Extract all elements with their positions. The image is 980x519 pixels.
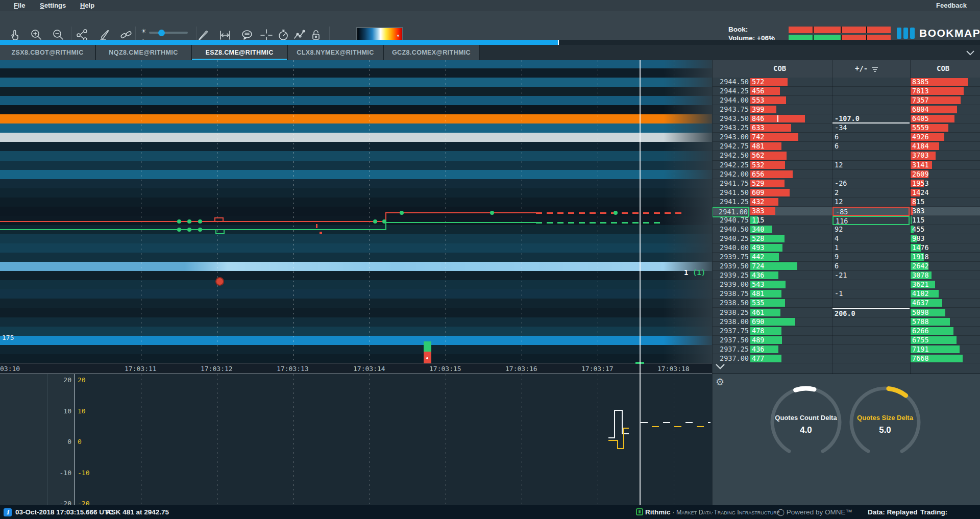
subchart-axis-label: -20	[49, 500, 71, 505]
order-book-header: COB +/- COB	[712, 60, 980, 78]
brightness-slider[interactable]	[149, 32, 188, 34]
order-book-row[interactable]: 2938.25461206.05098	[712, 308, 980, 317]
cob-value: 383	[752, 207, 764, 215]
order-book-row[interactable]: 2942.505623703	[712, 151, 980, 160]
info-icon[interactable]: i	[4, 508, 12, 516]
heatmap-band	[0, 345, 712, 355]
order-book-row[interactable]: 2940.5034092455	[712, 225, 980, 234]
order-book-row[interactable]: 2941.00383-85383	[712, 207, 980, 216]
price-cell: 2937.50	[712, 336, 749, 344]
cob-left-header[interactable]: COB	[773, 64, 786, 72]
size-tick	[777, 115, 778, 122]
order-book-row[interactable]: 2940.255284983	[712, 234, 980, 243]
cumulative-value: 1918	[912, 253, 929, 261]
cumulative-value: 7813	[912, 87, 929, 95]
order-book-row[interactable]: 2943.50846-107.06405	[712, 114, 980, 123]
tab-overflow-chevron-icon[interactable]	[965, 48, 976, 59]
cob-right-header[interactable]: COB	[937, 64, 949, 72]
order-book-row[interactable]: 2939.5072462642	[712, 262, 980, 271]
menu-file[interactable]: File	[14, 2, 25, 9]
tab-clx8-nymex-rithmic[interactable]: CLX8.NYMEX@RITHMIC	[288, 45, 384, 60]
time-axis: 03:1017:03:1117:03:1217:03:1317:03:1417:…	[0, 363, 712, 374]
menu-settings[interactable]: Settings	[40, 2, 66, 9]
indicator-subchart[interactable]: 2020101000-10-10-20-20	[0, 374, 712, 505]
heatmap-band	[0, 133, 712, 142]
cumulative-value: 1424	[912, 188, 929, 197]
cumulative-value: 5098	[912, 308, 929, 317]
order-book-row[interactable]: 2942.006562609	[712, 170, 980, 179]
bookmap-logo-text: BOOKMAP	[919, 27, 980, 39]
cob-value: 478	[752, 327, 764, 335]
brightness-slider-thumb[interactable]	[158, 30, 165, 36]
cumulative-value: 6266	[912, 327, 929, 335]
cob-value: 656	[752, 170, 764, 179]
price-cell: 2941.50	[712, 188, 749, 197]
ask-order-notch	[223, 217, 224, 221]
delta-cell	[832, 345, 910, 354]
cob-value: 477	[752, 354, 764, 363]
time-label: 17:03:14	[353, 365, 385, 373]
order-book-row[interactable]: 2939.005433621	[712, 280, 980, 289]
order-book-row[interactable]: 2942.7548164184	[712, 142, 980, 151]
heatmap-chart[interactable]: 1 (1)175	[0, 60, 712, 363]
dom-collapse-chevron-icon[interactable]	[714, 362, 727, 373]
order-book-row[interactable]: 2940.75115116115	[712, 216, 980, 225]
delta-cell	[832, 317, 910, 327]
order-book-row[interactable]: 2937.004777668	[712, 354, 980, 363]
status-quote: ASK 481 at 2942.75	[106, 505, 169, 519]
time-gridline	[217, 374, 217, 505]
order-book-row[interactable]: 2941.5060921424	[712, 188, 980, 197]
price-cell: 2938.75	[712, 289, 749, 298]
order-book-row[interactable]: 2941.75529-261953	[712, 179, 980, 188]
order-book-row[interactable]: 2944.254567813	[712, 87, 980, 96]
price-cell: 2943.50	[712, 114, 749, 123]
volume-dot	[426, 357, 428, 359]
order-count: (1)	[693, 268, 705, 277]
rithmic-name: Rithmic	[645, 508, 671, 516]
order-book-row[interactable]: 2940.0049311476	[712, 243, 980, 253]
delta-cell	[832, 87, 910, 96]
price-cell: 2941.75	[712, 179, 749, 188]
delta-cell: -107.0	[832, 114, 910, 123]
order-book-row[interactable]: 2942.25532123141	[712, 161, 980, 170]
time-label: 03:10	[0, 365, 20, 373]
order-book-row[interactable]: 2939.7544291918	[712, 253, 980, 262]
delta-cell: 92	[832, 225, 910, 234]
order-book-row[interactable]: 2939.25436-213078	[712, 271, 980, 280]
trade-dot	[177, 228, 181, 232]
order-book-row[interactable]: 2937.504896755	[712, 336, 980, 345]
replay-progress-bar[interactable]	[0, 40, 980, 45]
cumulative-value: 815	[912, 197, 924, 206]
menu-help[interactable]: Help	[80, 2, 94, 9]
filter-icon[interactable]	[871, 66, 878, 74]
cumulative-value: 3078	[912, 271, 929, 280]
order-book-row[interactable]: 2944.505728385	[712, 78, 980, 87]
tab-esz8-cme-rithmic[interactable]: ESZ8.CME@RITHMIC	[192, 45, 288, 60]
plusminus-header[interactable]: +/-	[855, 64, 868, 72]
order-book-row[interactable]: 2941.2543212815	[712, 197, 980, 207]
delta-cell: 9	[832, 253, 910, 262]
order-book-row[interactable]: 2938.505354637	[712, 299, 980, 308]
order-book-row[interactable]: 2937.254367191	[712, 345, 980, 354]
price-cell: 2938.25	[712, 308, 749, 317]
order-book-row[interactable]: 2943.753996804	[712, 105, 980, 114]
delta-cell: 2	[832, 188, 910, 197]
status-bar: i 03-Oct-2018 17:03:15.666 UTC ASK 481 a…	[0, 505, 980, 519]
heatmap-band	[0, 188, 712, 198]
feedback-link[interactable]: Feedback	[936, 2, 967, 9]
order-fill-circle	[215, 277, 224, 286]
tab-nqz8-cme-rithmic[interactable]: NQZ8.CME@RITHMIC	[96, 45, 192, 60]
tab-gcz8-comex-rithmic[interactable]: GCZ8.COMEX@RITHMIC	[384, 45, 480, 60]
order-book-row[interactable]: 2943.25633-345559	[712, 123, 980, 133]
order-book-row[interactable]: 2944.005537357	[712, 96, 980, 105]
order-book-row[interactable]: 2938.006905788	[712, 317, 980, 327]
tab-zsx8-cbot-rithmic[interactable]: ZSX8.CBOT@RITHMIC	[0, 45, 96, 60]
delta-cell: -26	[832, 179, 910, 188]
order-book-row[interactable]: 2937.754786266	[712, 327, 980, 336]
bid-order-notch	[215, 229, 216, 234]
time-label: 17:03:18	[657, 365, 690, 373]
time-gridline	[674, 60, 674, 363]
order-book-row[interactable]: 2938.75481-14102	[712, 289, 980, 299]
order-book-row[interactable]: 2943.0074264926	[712, 133, 980, 142]
subchart-axis-label-yellow: 10	[78, 407, 86, 415]
